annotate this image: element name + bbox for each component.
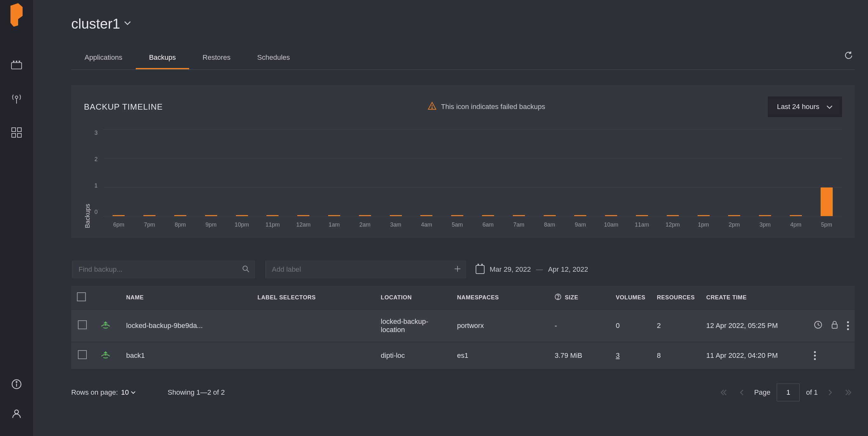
date-to: Apr 12, 2022	[548, 265, 588, 274]
svg-point-15	[432, 108, 432, 108]
page-input[interactable]	[777, 383, 800, 401]
col-location: LOCATION	[375, 286, 452, 309]
backups-table: NAME LABEL SELECTORS LOCATION NAMESPACES…	[71, 286, 855, 369]
lock-icon[interactable]	[831, 321, 838, 331]
col-label-selectors: LABEL SELECTORS	[252, 286, 375, 309]
svg-point-2	[16, 61, 17, 62]
cell-resources: 2	[651, 309, 701, 342]
status-success-icon	[99, 320, 112, 330]
add-label-input[interactable]	[265, 260, 466, 279]
tab-bar: Applications Backups Restores Schedules	[71, 47, 855, 70]
chart-x-ticks: 6pm7pm8pm9pm10pm11pm12am1am2am3am4am5am6…	[103, 222, 842, 228]
col-resources: RESOURCES	[651, 286, 701, 309]
failed-backups-legend: This icon indicates failed backups	[428, 102, 545, 112]
nav-dashboard-icon[interactable]	[10, 59, 23, 72]
chevron-down-icon	[826, 103, 833, 111]
cell-resources: 8	[651, 342, 701, 369]
find-backup-input[interactable]	[71, 260, 255, 279]
rows-per-page-label: Rows on page:	[71, 388, 118, 397]
timeline-panel: BACKUP TIMELINE This icon indicates fail…	[71, 85, 855, 238]
svg-rect-8	[12, 133, 16, 137]
date-separator: —	[536, 265, 543, 274]
svg-point-3	[19, 61, 20, 62]
showing-text: Showing 1—2 of 2	[167, 388, 225, 397]
page-first-button[interactable]	[717, 387, 730, 399]
select-all-checkbox[interactable]	[77, 292, 86, 301]
pagination: Rows on page: 10 Showing 1—2 of 2 Page o…	[71, 383, 855, 401]
svg-point-1	[13, 61, 14, 62]
cell-name: locked-backup-9be9da...	[121, 309, 252, 342]
date-from: Mar 29, 2022	[490, 265, 531, 274]
svg-point-13	[14, 410, 19, 414]
svg-rect-23	[832, 324, 837, 328]
tab-backups[interactable]: Backups	[136, 47, 189, 69]
cell-create-time: 11 Apr 2022, 04:20 PM	[701, 342, 808, 369]
cell-namespaces: portworx	[452, 309, 549, 342]
col-namespaces: NAMESPACES	[452, 286, 549, 309]
tab-applications[interactable]: Applications	[71, 47, 136, 69]
nav-broadcast-icon[interactable]	[10, 92, 23, 105]
clock-icon[interactable]	[814, 321, 822, 331]
col-volumes: VOLUMES	[610, 286, 651, 309]
cell-volumes: 0	[610, 309, 651, 342]
refresh-button[interactable]	[843, 49, 855, 62]
add-label-wrap	[265, 260, 467, 279]
size-help-icon[interactable]	[555, 293, 561, 302]
svg-rect-7	[18, 128, 21, 132]
row-checkbox[interactable]	[78, 320, 87, 329]
row-menu-icon[interactable]	[814, 351, 816, 360]
time-range-select[interactable]: Last 24 hours	[768, 97, 842, 117]
cluster-title: cluster1	[71, 16, 120, 32]
page-label: Page	[754, 388, 770, 397]
svg-rect-0	[11, 63, 22, 69]
svg-point-4	[15, 96, 18, 99]
chart-plot-area	[103, 130, 842, 216]
page-of-label: of 1	[806, 388, 818, 397]
filter-row: Mar 29, 2022 — Apr 12, 2022	[71, 260, 855, 279]
cell-size: -	[549, 309, 610, 342]
table-row[interactable]: back1dipti-loces13.79 MiB3811 Apr 2022, …	[71, 342, 855, 369]
date-range: Mar 29, 2022 — Apr 12, 2022	[476, 265, 588, 274]
left-nav-rail	[0, 0, 33, 436]
cell-create-time: 12 Apr 2022, 05:25 PM	[701, 309, 808, 342]
table-row[interactable]: locked-backup-9be9da...locked-backup-loc…	[71, 309, 855, 342]
main-content: cluster1 Applications Backups Restores S…	[33, 0, 868, 436]
cluster-header: cluster1	[71, 16, 855, 32]
col-create-time: CREATE TIME	[701, 286, 808, 309]
col-size: SIZE	[565, 294, 578, 301]
calendar-icon[interactable]	[476, 265, 485, 274]
col-name: NAME	[121, 286, 252, 309]
svg-point-21	[558, 298, 558, 299]
cell-location: locked-backup-location	[375, 309, 452, 342]
rows-per-page-select[interactable]: 10	[121, 388, 136, 397]
svg-rect-6	[12, 128, 16, 132]
row-menu-icon[interactable]	[847, 321, 849, 330]
brand-logo-icon	[9, 3, 24, 29]
page-next-button[interactable]	[824, 387, 836, 399]
cell-name: back1	[121, 342, 252, 369]
backup-timeline-chart: Backups 3210 6pm7pm8pm9pm10pm11pm12am1am…	[84, 130, 842, 228]
chart-y-ticks: 3210	[94, 130, 103, 215]
tab-schedules[interactable]: Schedules	[244, 47, 303, 69]
cell-labels	[252, 309, 375, 342]
cell-size: 3.79 MiB	[549, 342, 610, 369]
warning-icon	[428, 102, 437, 112]
cluster-dropdown-chevron-icon[interactable]	[124, 21, 131, 27]
svg-point-11	[16, 382, 17, 382]
cell-namespaces: es1	[452, 342, 549, 369]
find-backup-wrap	[71, 260, 256, 279]
user-icon[interactable]	[10, 407, 23, 420]
page-prev-button[interactable]	[736, 387, 748, 399]
page-last-button[interactable]	[843, 387, 855, 399]
cell-volumes: 3	[610, 342, 651, 369]
tab-restores[interactable]: Restores	[189, 47, 244, 69]
row-checkbox[interactable]	[78, 350, 87, 359]
info-icon[interactable]	[10, 377, 23, 391]
cell-location: dipti-loc	[375, 342, 452, 369]
nav-apps-icon[interactable]	[10, 126, 23, 139]
cell-labels	[252, 342, 375, 369]
chart-y-axis-label: Backups	[84, 130, 91, 228]
timeline-title: BACKUP TIMELINE	[84, 102, 163, 112]
status-success-icon	[99, 350, 112, 360]
svg-rect-9	[18, 133, 21, 137]
